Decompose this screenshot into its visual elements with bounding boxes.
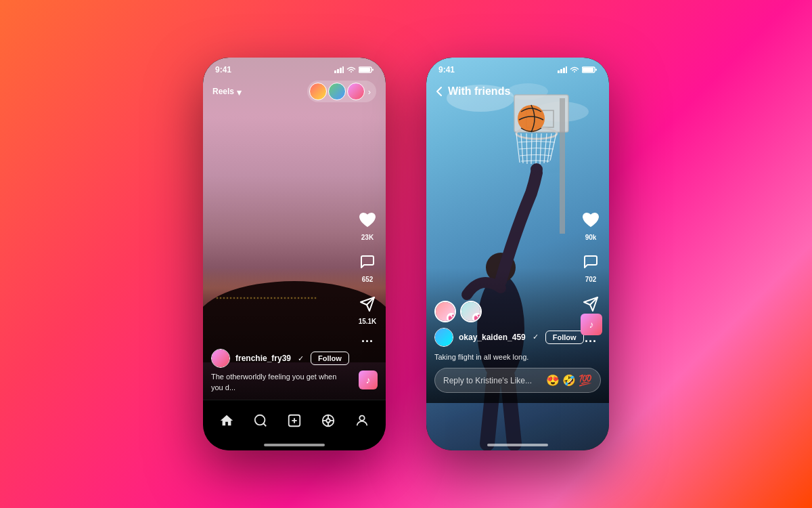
friend-avatar-3 <box>347 83 365 100</box>
username-2: okay_kaiden_459 <box>459 333 526 342</box>
comment-count-2: 702 <box>585 276 597 283</box>
friend-avatar-2 <box>328 83 346 100</box>
top-nav-1: Reels ▾ › <box>203 77 386 106</box>
battery-icon-1 <box>359 66 374 73</box>
reaction-avatars: 💕 💕 <box>434 301 601 322</box>
username-1: frenchie_fry39 <box>235 354 291 363</box>
svg-point-40 <box>531 163 543 175</box>
with-friends-title: With friends <box>448 85 510 98</box>
svg-rect-41 <box>558 70 560 73</box>
reaction-emoji-1: 💕 <box>447 313 456 322</box>
signal-icon-2 <box>558 66 567 73</box>
verified-badge-2: ✓ <box>533 333 539 341</box>
phone-1: 9:41 <box>203 58 386 450</box>
svg-rect-42 <box>560 69 562 73</box>
home-indicator-2 <box>487 444 548 446</box>
nav-search[interactable] <box>253 413 268 428</box>
follow-button-1[interactable]: Follow <box>311 352 349 365</box>
friend-avatar-1 <box>309 83 327 100</box>
svg-line-10 <box>263 423 266 426</box>
svg-rect-43 <box>563 68 565 73</box>
comment-icon <box>356 251 379 274</box>
user-avatar-1[interactable] <box>211 349 230 368</box>
reply-placeholder: Reply to Kristine's Like... <box>443 376 532 385</box>
action-buttons-1: 23K 652 15.1K · <box>356 209 379 349</box>
heart-icon <box>356 209 379 232</box>
share-action[interactable]: 15.1K <box>356 293 379 325</box>
friends-avatars-group[interactable]: › <box>307 81 376 102</box>
more-action[interactable]: ··· <box>361 335 374 349</box>
status-bar-1: 9:41 <box>203 58 386 78</box>
comment-action-2[interactable]: 702 <box>579 251 602 283</box>
bottom-nav-1 <box>203 400 386 450</box>
more-dots-icon: ··· <box>361 335 374 349</box>
home-indicator-1 <box>264 444 325 446</box>
battery-icon-2 <box>582 66 597 73</box>
svg-rect-1 <box>337 69 339 73</box>
emoji-1: 😍 <box>546 374 560 387</box>
status-icons-1 <box>334 66 374 73</box>
status-time-2: 9:41 <box>438 65 455 75</box>
reaction-avatar-2[interactable]: 💕 <box>460 301 482 322</box>
svg-rect-46 <box>583 68 593 72</box>
reaction-avatar-1[interactable]: 💕 <box>434 301 456 322</box>
signal-icon-1 <box>334 66 344 73</box>
status-time-1: 9:41 <box>215 65 231 75</box>
back-button[interactable]: With friends <box>436 85 510 98</box>
reply-bar[interactable]: Reply to Kristine's Like... 😍 🤣 💯 <box>434 368 601 393</box>
svg-point-15 <box>326 419 330 423</box>
like-count-2: 90k <box>585 234 597 241</box>
caption-2: Taking flight in all week long. <box>434 352 601 362</box>
nav-profile[interactable] <box>355 413 369 428</box>
svg-rect-44 <box>566 66 567 73</box>
bottom-user-info-1: frenchie_fry39 ✓ Follow The otherworldly… <box>211 349 345 393</box>
music-icon-2[interactable]: ♪ <box>581 314 602 335</box>
nav-reels[interactable] <box>321 413 336 428</box>
back-chevron-icon <box>436 86 443 97</box>
user-row-2: okay_kaiden_459 ✓ Follow <box>434 328 601 347</box>
svg-rect-2 <box>340 68 342 73</box>
reply-emojis: 😍 🤣 💯 <box>546 374 592 387</box>
music-icon-1[interactable]: ♪ <box>359 371 378 389</box>
wifi-icon-1 <box>346 66 356 73</box>
svg-rect-3 <box>342 66 344 73</box>
reels-title[interactable]: Reels ▾ <box>212 86 242 98</box>
heart-icon-2 <box>579 209 602 232</box>
nav-home[interactable] <box>219 413 234 428</box>
user-avatar-2[interactable] <box>434 328 453 347</box>
top-nav-2: With friends <box>426 77 609 106</box>
reaction-bar: 💕 💕 okay_kaiden_459 ✓ Follow Taking flig… <box>434 301 601 393</box>
svg-point-9 <box>255 415 265 425</box>
svg-rect-0 <box>334 70 336 73</box>
status-icons-2 <box>558 66 597 73</box>
like-action-2[interactable]: 90k <box>579 209 602 241</box>
caption-1: The otherworldly feeling you get when yo… <box>211 372 345 393</box>
emoji-2: 🤣 <box>562 374 576 387</box>
share-icon <box>356 293 379 316</box>
svg-point-20 <box>359 415 364 420</box>
comment-action[interactable]: 652 <box>356 251 379 283</box>
phone-2: 9:41 <box>426 58 609 450</box>
svg-rect-6 <box>372 69 374 71</box>
like-count: 23K <box>361 234 374 241</box>
share-count: 15.1K <box>359 318 377 325</box>
like-action[interactable]: 23K <box>356 209 379 241</box>
comment-icon-2 <box>579 251 602 274</box>
verified-badge-1: ✓ <box>298 354 304 363</box>
reaction-emoji-2: 💕 <box>472 313 482 322</box>
emoji-3: 💯 <box>579 374 592 387</box>
svg-rect-26 <box>560 98 565 234</box>
wifi-icon-2 <box>570 66 579 73</box>
status-bar-2: 9:41 <box>426 58 609 78</box>
user-row-1: frenchie_fry39 ✓ Follow <box>211 349 345 368</box>
svg-rect-47 <box>595 69 597 71</box>
follow-button-2[interactable]: Follow <box>545 331 584 344</box>
comment-count: 652 <box>362 276 374 283</box>
nav-add[interactable] <box>287 413 302 428</box>
svg-line-28 <box>516 133 520 163</box>
friends-chevron: › <box>368 87 371 97</box>
svg-rect-5 <box>359 68 370 72</box>
